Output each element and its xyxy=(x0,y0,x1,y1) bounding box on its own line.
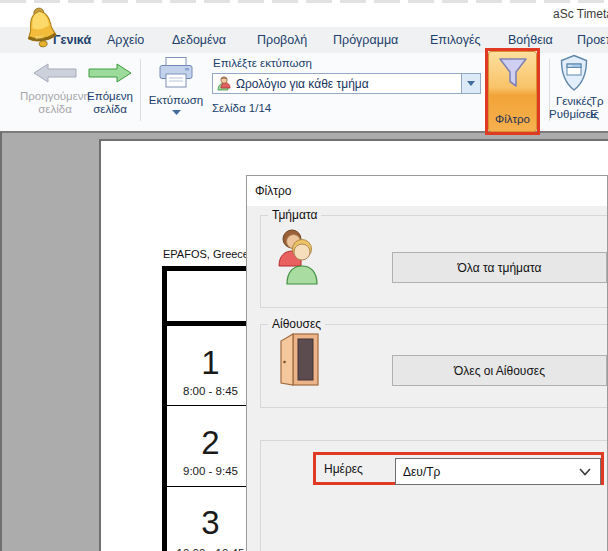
table-row-divider xyxy=(167,486,254,487)
period-time: 8:00 - 8:45 xyxy=(167,385,254,397)
filter-label: Φίλτρο xyxy=(495,113,530,125)
print-label: Εκτύπωση xyxy=(146,94,206,107)
table-row-divider xyxy=(167,405,254,406)
arrow-left-icon xyxy=(32,62,78,84)
tab-voitheia[interactable]: Βοήθεια xyxy=(508,33,553,47)
ribbon-toolbar: Προηγούμενη σελίδα Επόμενη σελίδα Εκτύπω… xyxy=(0,53,608,131)
filter-highlight-annotation: Φίλτρο xyxy=(485,48,540,135)
filter-button[interactable]: Φίλτρο xyxy=(488,51,537,132)
tab-epiloges[interactable]: Επιλογές xyxy=(430,33,481,47)
combobox-dropdown-button[interactable] xyxy=(461,74,480,93)
clipped-label-line2: Ε xyxy=(590,108,608,121)
period-time: 9:00 - 9:45 xyxy=(167,465,254,477)
rooms-group-label: Αίθουσες xyxy=(268,317,325,331)
period-number: 3 xyxy=(167,506,254,540)
days-dropdown-value: Δευ/Τρ xyxy=(403,465,579,479)
dialog-titlebar[interactable]: Φίλτρο xyxy=(247,176,607,206)
tab-provoli[interactable]: Προβολή xyxy=(257,33,307,47)
print-type-combobox[interactable]: Ωρολόγιο για κάθε τμήμα xyxy=(212,73,481,94)
chevron-down-icon[interactable] xyxy=(172,110,181,115)
clipped-label-line1: Τρ xyxy=(590,95,608,108)
period-time: 10:00 - 10:45 xyxy=(167,547,254,551)
svg-text:asc: asc xyxy=(35,33,45,40)
period-number: 1 xyxy=(167,346,254,380)
arrow-right-icon xyxy=(87,62,133,84)
print-type-value: Ωρολόγιο για κάθε τμήμα xyxy=(236,77,461,91)
filter-dialog: Φίλτρο Τμήματα Όλα τα τμήματα Αίθουσες xyxy=(246,175,608,551)
window-top-edge xyxy=(0,0,608,3)
tab-programma[interactable]: Πρόγραμμα xyxy=(333,33,398,47)
chevron-down-icon xyxy=(579,468,591,476)
asc-bell-logo-icon[interactable]: asc xyxy=(21,4,61,51)
table-border-top xyxy=(162,266,254,271)
days-label: Ημέρες xyxy=(324,462,363,476)
previous-page-button[interactable]: Προηγούμενη σελίδα xyxy=(16,58,94,116)
tab-preview[interactable]: Προεπ xyxy=(577,33,608,47)
page-header-text: EPAFOS, Greece, xyxy=(163,248,252,260)
rooms-door-icon xyxy=(278,332,322,392)
classes-people-icon xyxy=(276,226,318,290)
clipped-toolbar-button[interactable]: Τρ Ε xyxy=(590,95,608,121)
printer-icon xyxy=(157,56,195,90)
window-titlebar: aSc Timeta xyxy=(0,0,608,27)
tab-dedomena[interactable]: Δεδομένα xyxy=(172,33,226,47)
toolbar-separator xyxy=(140,59,141,121)
table-header-divider xyxy=(162,321,254,326)
days-dropdown[interactable]: Δευ/Τρ xyxy=(395,458,601,485)
funnel-icon xyxy=(497,56,529,92)
application-window: aSc Timeta asc Γενικά Αρχείο Δεδομένα Πρ… xyxy=(0,0,608,551)
chevron-down-icon xyxy=(467,81,475,86)
previous-page-label-line2: σελίδα xyxy=(16,103,94,116)
tab-arxeio[interactable]: Αρχείο xyxy=(107,33,144,47)
dialog-title: Φίλτρο xyxy=(255,184,291,198)
print-button[interactable]: Εκτύπωση xyxy=(146,56,206,115)
period-number: 2 xyxy=(167,426,254,460)
next-page-label-line2: σελίδα xyxy=(84,103,136,116)
class-person-icon xyxy=(217,76,231,91)
classes-group-label: Τμήματα xyxy=(268,208,321,222)
previous-page-label-line1: Προηγούμενη xyxy=(16,90,94,103)
shield-settings-icon xyxy=(559,54,589,92)
days-highlight-annotation: Ημέρες Δευ/Τρ xyxy=(313,452,604,485)
page-indicator: Σελίδα 1/14 xyxy=(212,102,271,114)
next-page-label-line1: Επόμενη xyxy=(84,90,136,103)
next-page-button[interactable]: Επόμενη σελίδα xyxy=(84,58,136,116)
app-title: aSc Timeta xyxy=(553,7,608,21)
print-select-label: Επιλέξτε εκτύπωση xyxy=(213,57,312,69)
all-classes-button[interactable]: Όλα τα τμήματα xyxy=(392,252,607,283)
all-rooms-button[interactable]: Όλες οι Αίθουσες xyxy=(392,355,607,386)
